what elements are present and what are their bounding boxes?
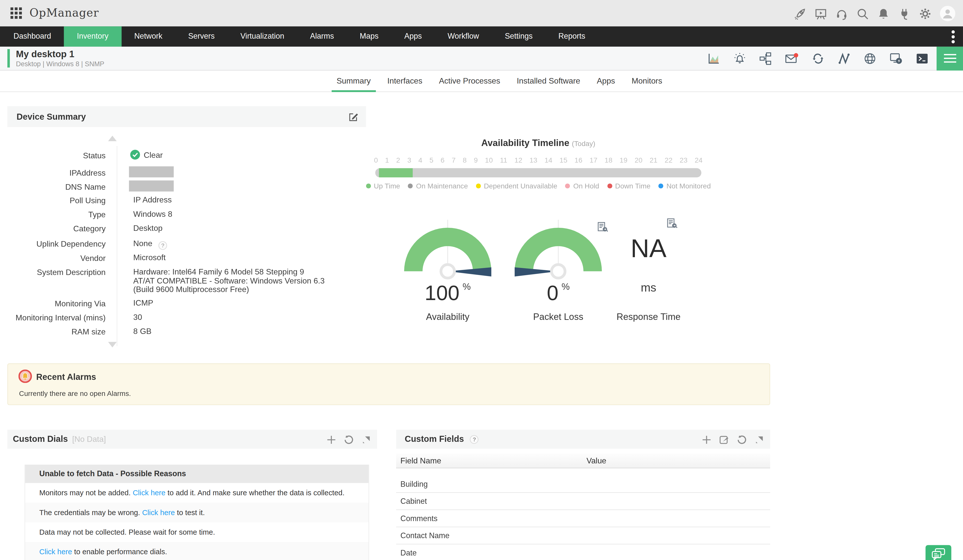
apps-grid-icon[interactable]	[11, 7, 22, 19]
nav-item-inventory[interactable]: Inventory	[64, 26, 122, 47]
main-nav: Dashboard Inventory Network Servers Virt…	[0, 26, 963, 47]
redacted-value	[129, 166, 174, 177]
response-time-unit: ms	[600, 281, 698, 295]
gear-icon[interactable]	[919, 7, 932, 20]
remote-desktop-icon[interactable]	[889, 52, 903, 65]
tab-apps[interactable]: Apps	[592, 71, 620, 92]
field-label: RAM size	[7, 327, 105, 337]
plug-icon[interactable]	[898, 7, 911, 20]
table-row[interactable]: Date	[396, 544, 770, 560]
collapse-icon[interactable]	[362, 435, 371, 444]
app-logo: OpManager	[29, 6, 99, 19]
collapse-icon[interactable]	[755, 435, 764, 444]
field-label: System Description	[7, 268, 105, 277]
workflow-icon[interactable]	[759, 52, 772, 65]
refresh-icon[interactable]	[344, 435, 354, 444]
presentation-icon[interactable]	[814, 7, 827, 20]
field-value: IP Address	[133, 196, 172, 204]
edit-device-icon[interactable]	[348, 112, 359, 122]
response-time-label: Response Time	[600, 311, 698, 322]
performance-chart-icon[interactable]	[707, 52, 720, 65]
packet-loss-label: Packet Loss	[509, 311, 607, 322]
field-value: Hardware: Intel64 Family 6 Model 58 Step…	[133, 268, 324, 294]
rocket-icon[interactable]	[794, 7, 806, 20]
refresh-icon[interactable]	[737, 435, 747, 444]
response-time-value: NA	[600, 234, 698, 263]
field-label: Monitoring Interval (mins)	[7, 313, 105, 322]
dials-reason-row: Click here to enable performance dials.	[25, 542, 368, 560]
custom-dials-header: Custom Dials[No Data]	[7, 429, 377, 448]
sync-loop-icon[interactable]	[811, 52, 825, 65]
mail-icon[interactable]	[785, 52, 798, 65]
uplink-help-icon[interactable]: ?	[159, 241, 167, 250]
custom-dials-empty-box: Unable to fetch Data - Possible Reasons …	[24, 465, 369, 560]
timeline-legend: Up Time On Maintenance Dependent Unavail…	[375, 183, 701, 190]
alarm-bell-icon[interactable]	[733, 52, 746, 65]
tab-interfaces[interactable]: Interfaces	[383, 71, 427, 92]
field-value: Windows 8	[133, 210, 172, 219]
nav-overflow-kebab-icon[interactable]	[951, 30, 955, 44]
view-report-icon[interactable]	[597, 222, 608, 233]
add-dial-icon[interactable]	[327, 435, 336, 444]
uptime-segment	[379, 168, 413, 177]
table-row[interactable]: Contact Name	[396, 527, 770, 544]
click-here-link[interactable]: Click here	[39, 547, 72, 556]
availability-label: Availability	[399, 311, 497, 322]
field-label: Vendor	[7, 253, 105, 263]
field-label: Poll Using	[7, 196, 105, 205]
recent-alarms-message: Currently there are no open Alarms.	[19, 390, 131, 397]
search-icon[interactable]	[856, 7, 869, 20]
nav-item-dashboard[interactable]: Dashboard	[0, 26, 64, 47]
click-here-link[interactable]: Click here	[142, 508, 175, 517]
field-label: Status	[7, 151, 105, 160]
dials-error-title: Unable to fetch Data - Possible Reasons	[25, 465, 368, 483]
packet-loss-gauge	[509, 218, 607, 285]
bell-icon[interactable]	[877, 7, 890, 20]
globe-icon[interactable]	[864, 52, 876, 65]
dials-reason-row: Monitors may not be added. Click here to…	[25, 483, 368, 503]
field-label: DNS Name	[7, 183, 105, 192]
tab-installed-software[interactable]: Installed Software	[512, 71, 585, 92]
summary-scroll-up-icon[interactable]	[108, 136, 117, 141]
table-row[interactable]: Comments	[396, 510, 770, 527]
no-data-badge: [No Data]	[72, 435, 106, 444]
terminal-icon[interactable]	[916, 52, 929, 65]
custom-fields-help-icon[interactable]: ?	[470, 435, 479, 443]
device-accent-bar	[7, 49, 10, 68]
device-title: My desktop 1	[16, 49, 74, 59]
legend-dot-downtime	[607, 183, 612, 188]
feedback-chat-button[interactable]	[926, 545, 952, 560]
nav-item-maps[interactable]: Maps	[347, 26, 392, 47]
nav-item-reports[interactable]: Reports	[546, 26, 598, 47]
tab-summary[interactable]: Summary	[332, 71, 376, 92]
nav-item-alarms[interactable]: Alarms	[297, 26, 347, 47]
nav-item-workflow[interactable]: Workflow	[435, 26, 492, 47]
tab-active-processes[interactable]: Active Processes	[434, 71, 505, 92]
view-report-icon[interactable]	[666, 218, 677, 229]
nav-item-network[interactable]: Network	[121, 26, 175, 47]
trace-route-icon[interactable]	[838, 52, 851, 65]
nav-item-apps[interactable]: Apps	[391, 26, 434, 47]
tab-monitors[interactable]: Monitors	[627, 71, 667, 92]
availability-value: 100%	[399, 281, 497, 305]
custom-dials-title: Custom Dials[No Data]	[13, 429, 106, 448]
field-label: Uplink Dependency	[7, 240, 105, 249]
availability-timeline-bar[interactable]	[375, 168, 701, 177]
click-here-link[interactable]: Click here	[133, 489, 166, 497]
nav-item-virtualization[interactable]: Virtualization	[227, 26, 297, 47]
device-menu-button[interactable]	[937, 47, 963, 71]
chat-bubbles-icon	[931, 547, 947, 560]
table-row[interactable]: Cabinet	[396, 493, 770, 510]
field-value: None?	[133, 240, 167, 250]
table-row[interactable]: Building	[396, 476, 770, 493]
add-field-icon[interactable]	[702, 435, 711, 444]
summary-scroll-down-icon[interactable]	[108, 342, 117, 348]
redacted-value	[129, 180, 174, 191]
edit-fields-icon[interactable]	[719, 435, 729, 444]
nav-item-servers[interactable]: Servers	[175, 26, 227, 47]
avatar[interactable]	[940, 5, 956, 21]
headset-icon[interactable]	[835, 7, 848, 20]
availability-timeline-title: Availability Timeline(Today)	[375, 138, 701, 148]
timeline-axis: 0123456789101112131415161718192021222324	[374, 157, 703, 164]
nav-item-settings[interactable]: Settings	[492, 26, 546, 47]
